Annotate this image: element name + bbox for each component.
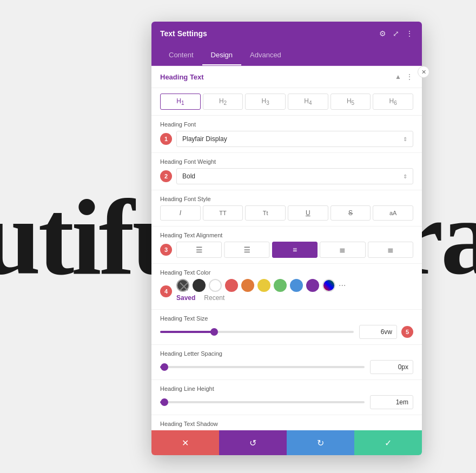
letter-spacing-value-input[interactable] [370, 360, 413, 374]
confirm-button[interactable]: ✓ [354, 430, 422, 455]
heading-line-height-row: Heading Line Height [151, 380, 422, 415]
style-uppercase[interactable]: TT [203, 205, 243, 221]
badge-4: 4 [160, 285, 172, 297]
settings-icon[interactable]: ⚙ [379, 29, 386, 38]
heading-level-6[interactable]: H6 [373, 94, 413, 110]
heading-alignment-row: Heading Text Alignment 3 ☰ ☰ ≡ ≣ ≣ [151, 226, 422, 264]
text-settings-panel: Text Settings ⚙ ⤢ ⋮ Content Design Advan… [151, 22, 422, 455]
color-swatch-white[interactable] [209, 279, 222, 292]
heading-level-5[interactable]: H5 [330, 94, 371, 110]
heading-size-row: Heading Text Size 5 [151, 310, 422, 345]
style-aa[interactable]: aA [373, 205, 413, 221]
color-swatch-orange[interactable] [241, 279, 254, 292]
color-swatch-purple[interactable] [306, 279, 319, 292]
heading-font-row: Heading Font 1 Playfair Display ⇕ [151, 116, 422, 153]
badge-3: 3 [160, 244, 172, 256]
size-value-input[interactable] [359, 325, 397, 339]
color-swatch-custom[interactable] [176, 279, 189, 292]
tab-advanced[interactable]: Advanced [241, 45, 290, 65]
align-justify-right[interactable]: ≣ [368, 242, 413, 258]
heading-levels: H1 H2 H3 H4 H5 H6 [151, 88, 422, 116]
heading-font-value: Playfair Display [182, 135, 227, 143]
panel-close-button[interactable]: ✕ [418, 66, 429, 78]
color-swatch-green[interactable] [274, 279, 287, 292]
color-swatches-row: ··· [176, 279, 413, 292]
style-capitalize[interactable]: Tt [245, 205, 286, 221]
heading-level-2[interactable]: H2 [203, 94, 243, 110]
letter-spacing-slider-row [160, 360, 413, 374]
section-more-icon[interactable]: ⋮ [406, 72, 413, 81]
panel-header-icons: ⚙ ⤢ ⋮ [379, 29, 413, 38]
heading-font-select[interactable]: Playfair Display ⇕ [176, 131, 413, 147]
section-header: Heading Text ▲ ⋮ [151, 66, 422, 88]
line-height-slider-row [160, 395, 413, 409]
panel-header: Text Settings ⚙ ⤢ ⋮ [151, 22, 422, 45]
heading-level-4[interactable]: H4 [288, 94, 328, 110]
more-icon[interactable]: ⋮ [406, 29, 413, 38]
color-swatch-black[interactable] [193, 279, 206, 292]
align-justify[interactable]: ≣ [320, 242, 365, 258]
style-strikethrough[interactable]: S [330, 205, 371, 221]
font-style-buttons: I TT Tt U S aA [160, 205, 413, 221]
color-swatch-red[interactable] [225, 279, 238, 292]
heading-weight-select[interactable]: Bold ⇕ [176, 168, 413, 184]
letter-spacing-thumb[interactable] [161, 363, 168, 371]
color-saved-label[interactable]: Saved [176, 294, 195, 302]
font-badge-row: 1 Playfair Display ⇕ [160, 131, 413, 147]
badge-2: 2 [160, 170, 172, 182]
reset-button[interactable]: ↺ [219, 430, 287, 455]
panel-body: Heading Text ▲ ⋮ H1 H2 H3 H4 H5 H6 Headi… [151, 66, 422, 455]
bottom-toolbar: ✕ ↺ ↻ ✓ [151, 430, 422, 455]
heading-font-weight-label: Heading Font Weight [160, 158, 413, 165]
heading-color-row: Heading Text Color 4 [151, 264, 422, 310]
align-center[interactable]: ≡ [272, 242, 318, 258]
badge-1: 1 [160, 133, 172, 145]
color-more-icon[interactable]: ··· [339, 281, 346, 290]
size-slider-thumb[interactable] [210, 328, 218, 336]
redo-button[interactable]: ↻ [287, 430, 354, 455]
panel-title: Text Settings [160, 29, 207, 38]
align-badge-row: 3 ☰ ☰ ≡ ≣ ≣ [160, 242, 413, 258]
size-badge-row: 5 [359, 325, 413, 339]
letter-spacing-track[interactable] [160, 366, 365, 368]
line-height-thumb[interactable] [161, 398, 168, 406]
size-slider-track[interactable] [160, 331, 354, 333]
panel-tabs: Content Design Advanced [151, 45, 422, 66]
heading-font-label: Heading Font [160, 121, 413, 128]
line-height-track[interactable] [160, 401, 365, 403]
cancel-button[interactable]: ✕ [151, 430, 219, 455]
section-title: Heading Text [160, 73, 204, 81]
align-right-custom[interactable]: ☰ [224, 242, 269, 258]
heading-font-style-label: Heading Font Style [160, 196, 413, 202]
select-arrow-icon: ⇕ [403, 136, 407, 142]
heading-letter-spacing-row: Heading Letter Spacing [151, 345, 422, 380]
color-swatch-gradient[interactable] [322, 279, 335, 292]
heading-text-shadow-label: Heading Text Shadow [160, 421, 413, 427]
expand-icon[interactable]: ⤢ [393, 29, 399, 38]
color-swatch-yellow[interactable] [257, 279, 270, 292]
color-badge-row: 4 ··· [160, 279, 413, 304]
heading-font-weight-row: Heading Font Weight 2 Bold ⇕ [151, 153, 422, 190]
alignment-buttons: ☰ ☰ ≡ ≣ ≣ [176, 242, 413, 258]
heading-line-height-label: Heading Line Height [160, 385, 413, 392]
heading-letter-spacing-label: Heading Letter Spacing [160, 350, 413, 357]
select-arrow-icon-2: ⇕ [403, 174, 407, 179]
heading-level-1[interactable]: H1 [160, 94, 201, 110]
heading-alignment-label: Heading Text Alignment [160, 232, 413, 238]
section-header-icons: ▲ ⋮ [395, 72, 413, 81]
collapse-icon[interactable]: ▲ [395, 73, 401, 81]
color-recent-label[interactable]: Recent [204, 294, 224, 302]
color-swatch-blue[interactable] [290, 279, 303, 292]
color-swatches-container: ··· Saved Recent [176, 279, 413, 304]
heading-weight-value: Bold [182, 172, 195, 180]
align-left[interactable]: ☰ [176, 242, 222, 258]
heading-level-3[interactable]: H3 [245, 94, 286, 110]
color-actions: Saved Recent [176, 292, 413, 304]
line-height-value-input[interactable] [370, 395, 413, 409]
tab-content[interactable]: Content [160, 45, 202, 65]
style-italic[interactable]: I [160, 205, 201, 221]
tab-design[interactable]: Design [202, 45, 241, 65]
size-slider-row: 5 [160, 325, 413, 339]
heading-color-label: Heading Text Color [160, 269, 413, 276]
style-underline[interactable]: U [288, 205, 328, 221]
